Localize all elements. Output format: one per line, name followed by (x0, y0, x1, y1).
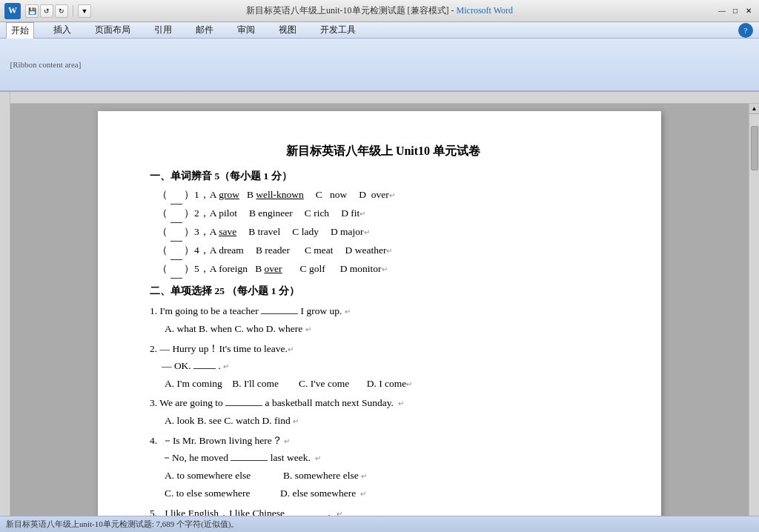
toolbar-placeholder: [Ribbon content area] (6, 60, 81, 69)
vocab-row-5: （ ）5，A foreign B over C golf D monitor ↵ (150, 261, 617, 279)
redo-button[interactable]: ↻ (55, 4, 68, 18)
document-page: 新目标英语八年级上 Unit10 单元试卷 一、单词辨音 5（每小题 1 分） … (98, 111, 661, 516)
tab-developer[interactable]: 开发工具 (316, 22, 360, 38)
toolbar: [Ribbon content area] (0, 39, 759, 92)
tab-page-layout[interactable]: 页面布局 (90, 22, 135, 38)
left-ruler (0, 92, 10, 516)
undo-button[interactable]: ↺ (40, 4, 53, 18)
tab-review[interactable]: 审阅 (233, 22, 259, 38)
question-3: 3. We are going to a basketball match ne… (150, 395, 617, 430)
status-text: 新目标英语八年级上unit-10单元检测试题: 7,689 个字符(近似值)。 (6, 519, 239, 530)
close-button[interactable]: ✕ (743, 5, 755, 17)
vocab-row-2: （ ）2，A pilot B engineer C rich D fit ↵ (150, 205, 617, 223)
window-controls: — □ ✕ (716, 5, 755, 17)
scroll-up-button[interactable]: ▲ (749, 104, 760, 114)
vocab-row-3: （ ）3，A save B travel C lady D major ↵ (150, 224, 617, 242)
save-button[interactable]: 💾 (25, 4, 39, 18)
status-bar: 新目标英语八年级上unit-10单元检测试题: 7,689 个字符(近似值)。 (0, 516, 759, 532)
customize-button[interactable]: ▼ (78, 4, 91, 18)
doc-title: 新目标英语八年级上 Unit10 单元试卷 (150, 141, 617, 161)
ribbon-tabs: 开始 插入 页面布局 引用 邮件 审阅 视图 开发工具 ? (0, 22, 759, 39)
app-icon: W (4, 3, 21, 19)
scroll-thumb[interactable] (751, 126, 758, 170)
question-5: 5. I like English．I like Chinese ． ↵ A. … (150, 505, 617, 516)
minimize-button[interactable]: — (716, 5, 728, 17)
vocab-row-1: （ ）1，A grow B well-known C now D over ↵ (150, 187, 617, 205)
tab-home[interactable]: 开始 (6, 22, 34, 39)
question-2: 2. — Hurry up！It's time to leave.↵ — OK.… (150, 341, 617, 393)
scrollbar[interactable]: ▲ (749, 104, 759, 516)
question-4: 4. －Is Mr. Brown living here？ ↵ －No, he … (150, 433, 617, 502)
question-1: 1. I'm going to be a teacher I grow up. … (150, 303, 617, 338)
tab-view[interactable]: 视图 (274, 22, 301, 38)
title-bar: W 💾 ↺ ↻ ▼ 新目标英语八年级上unit-10单元检测试题 [兼容模式] … (0, 0, 759, 22)
help-button[interactable]: ? (738, 23, 753, 38)
document-scroll[interactable]: 新目标英语八年级上 Unit10 单元试卷 一、单词辨音 5（每小题 1 分） … (10, 92, 759, 516)
maximize-button[interactable]: □ (729, 5, 741, 17)
tab-mailings[interactable]: 邮件 (191, 22, 218, 38)
section2-header: 二、单项选择 25 （每小题 1 分） (150, 283, 617, 300)
top-ruler (10, 92, 759, 104)
vocab-row-4: （ ）4，A dream B reader C meat D weather ↵ (150, 242, 617, 260)
quick-access-toolbar: 💾 ↺ ↻ ▼ (25, 4, 91, 18)
tab-references[interactable]: 引用 (150, 22, 176, 38)
window-title: 新目标英语八年级上unit-10单元检测试题 [兼容模式] - Microsof… (246, 4, 513, 17)
document-area: 新目标英语八年级上 Unit10 单元试卷 一、单词辨音 5（每小题 1 分） … (0, 92, 759, 516)
tab-insert[interactable]: 插入 (49, 22, 76, 38)
section1-header: 一、单词辨音 5（每小题 1 分） (150, 168, 617, 185)
